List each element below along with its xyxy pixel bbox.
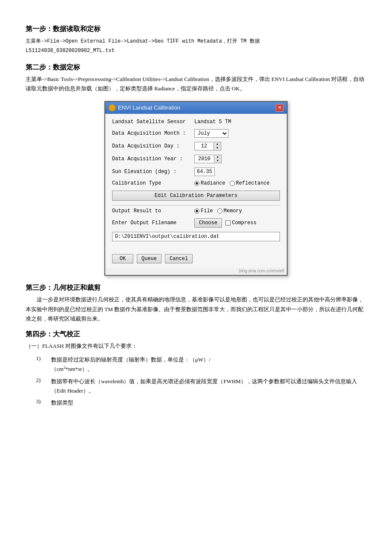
satellite-row: Landsat Satellite Sensor Landsat 5 TM [112,119,280,125]
year-spin-up[interactable]: ▲ [214,155,221,159]
day-row: Data Acquisition Day : 12 ▲ ▼ [112,142,280,150]
day-arrows: ▲ ▼ [214,142,221,150]
year-spinbox[interactable]: 2010 ▲ ▼ [194,155,222,163]
year-arrows: ▲ ▼ [214,155,221,163]
edit-calibration-button[interactable]: Edit Calibration Parameters [112,191,280,201]
compress-checkbox[interactable] [225,220,231,225]
step3-title: 第三步：几何校正和裁剪 [26,283,366,292]
output-radio-group: File Memory [194,208,242,214]
satellite-value: Landsat 5 TM [194,119,231,125]
compress-label: Compress [232,220,257,226]
sun-row: Sun Elevation (deg) : 64.35 [112,168,280,176]
list-item-2: 2) 数据带有中心波长（wavelenth）值，如果是高光谱还必须有波段宽度（F… [26,377,366,396]
file-radio-circle [194,208,199,214]
envi-dialog: ENVI Landsat Calibration ✕ Landsat Satel… [104,101,288,276]
year-value: 2010 [195,156,214,162]
list-text-2: 数据带有中心波长（wavelenth）值，如果是高光谱还必须有波段宽度（FWHM… [51,377,366,396]
ok-button[interactable]: OK [112,254,133,263]
day-value: 12 [195,143,214,150]
list-num-2: 2) [26,377,51,396]
memory-radio[interactable]: Memory [217,208,242,214]
year-spin-down[interactable]: ▼ [214,159,221,163]
reflectance-radio-circle [230,181,235,186]
year-row: Data Acquisition Year : 2010 ▲ ▼ [112,155,280,163]
step3-para: 这一步是对环境数据进行几何校正，使其具有精确的地理信息，基准影像可以是地形图，也… [26,295,366,324]
dialog-titlebar: ENVI Landsat Calibration ✕ [105,102,287,114]
calibration-radio-group: Radiance Reflectance [194,180,270,186]
step2-body: 主菜单->Basic Tools->Preprocesssing->Calibr… [26,75,366,93]
month-row: Data Acquisition Month : July [112,129,280,138]
dialog-app-icon [109,104,115,111]
titlebar-left: ENVI Landsat Calibration [109,104,180,111]
filepath-display: D:\2011ENVI\output\calibration.dat [112,232,280,241]
dialog-content: Landsat Satellite Sensor Landsat 5 TM Da… [105,114,287,251]
filepath-row: D:\2011ENVI\output\calibration.dat [112,232,280,241]
step4-intro: （一）FLAASH 对图像文件有以下几个要求： [26,341,366,351]
edit-calib-row: Edit Calibration Parameters [112,191,280,201]
output-label: Output Result to [112,208,191,214]
compress-checkbox-item[interactable]: Compress [225,220,257,226]
day-spin-up[interactable]: ▲ [214,142,221,146]
sun-value: 64.35 [194,168,215,176]
reflectance-radio[interactable]: Reflectance [230,180,270,186]
watermark: blog.sina.com.cn/enviell [105,268,287,275]
dialog-separator [112,205,280,205]
year-label: Data Acquisition Year : [112,156,191,162]
step4-title: 第四步：大气校正 [26,330,366,339]
radiance-radio-circle [194,181,199,186]
filename-label: Enter Output Filename [112,220,191,226]
dialog-title: ENVI Landsat Calibration [118,104,180,111]
radiance-radio[interactable]: Radiance [194,180,225,186]
list-num-3: 3) [26,398,51,408]
step2-title: 第二步：数据定标 [26,63,366,72]
dialog-wrapper: ENVI Landsat Calibration ✕ Landsat Satel… [26,101,366,276]
step1-line2: L51124038_03820020902_MTL.txt [26,48,115,54]
memory-radio-circle [217,208,222,214]
list-item-3: 3) 数据类型 [26,398,366,408]
queue-button[interactable]: Queue [137,254,161,263]
dialog-close-button[interactable]: ✕ [276,104,283,112]
day-spinbox[interactable]: 12 ▲ ▼ [194,142,221,150]
cancel-button[interactable]: Cancel [165,254,193,263]
satellite-label: Landsat Satellite Sensor [112,119,191,125]
day-spin-down[interactable]: ▼ [214,146,221,150]
reflectance-label: Reflectance [236,180,270,186]
list-text-1: 数据是经过定标后的辐射亮度（辐射率）数据，单位是：（μW）/（cm2*nm*sr… [51,355,366,374]
month-select[interactable]: July [194,129,228,138]
step1-body: 主菜单->File->Open External File->Landsat->… [26,36,366,55]
file-radio[interactable]: File [194,208,213,214]
memory-label: Memory [224,208,242,214]
list-item-1: 1) 数据是经过定标后的辐射亮度（辐射率）数据，单位是：（μW）/（cm2*nm… [26,355,366,374]
step3-body: 这一步是对环境数据进行几何校正，使其具有精确的地理信息，基准影像可以是地形图，也… [26,295,366,324]
calibration-label: Calibration Type [112,180,191,186]
month-label: Data Acquisition Month : [112,130,191,136]
list-text-3: 数据类型 [51,398,366,408]
list-num-1: 1) [26,355,51,374]
output-row: Output Result to File Memory [112,208,280,214]
file-label: File [201,208,213,214]
sun-label: Sun Elevation (deg) : [112,169,191,175]
calibration-row: Calibration Type Radiance Reflectance [112,180,280,186]
radiance-label: Radiance [201,180,225,186]
choose-button[interactable]: Choose [194,218,222,228]
step4-list: 1) 数据是经过定标后的辐射亮度（辐射率）数据，单位是：（μW）/（cm2*nm… [26,355,366,408]
dialog-footer: OK Queue Cancel [105,251,287,268]
step1-title: 第一步：数据读取和定标 [26,25,366,34]
day-label: Data Acquisition Day : [112,143,191,149]
filename-row: Enter Output Filename Choose Compress [112,218,280,228]
step1-line1: 主菜单->File->Open External File->Landsat->… [26,38,260,44]
